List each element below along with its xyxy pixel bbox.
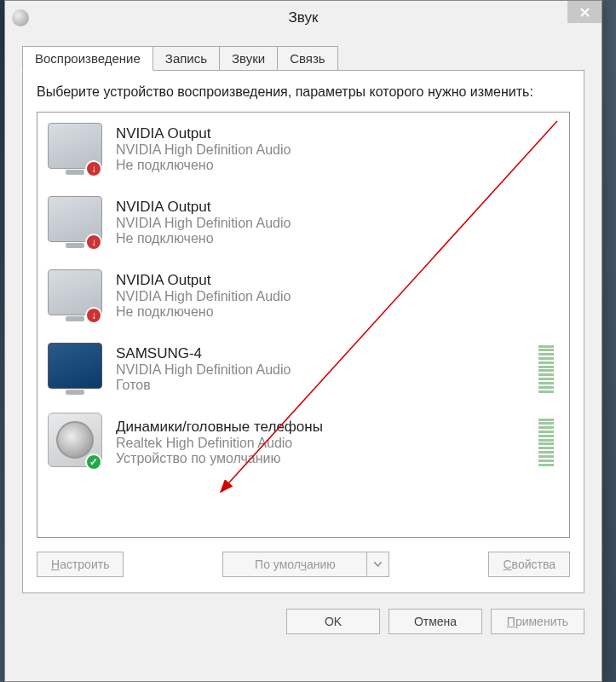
device-name: Динамики/головные телефоны <box>116 419 538 436</box>
instruction-text: Выберите устройство воспроизведения, пар… <box>37 83 570 101</box>
default-badge-icon: ✓ <box>85 454 102 471</box>
dialog-footer-buttons: OK Отмена Применить <box>22 609 584 634</box>
monitor-off-icon: ↓ <box>48 193 107 252</box>
tab-0[interactable]: Воспроизведение <box>22 46 153 71</box>
device-status: Не подключено <box>116 304 559 320</box>
tab-strip: ВоспроизведениеЗаписьЗвукиСвязь <box>22 46 584 71</box>
tab-1[interactable]: Запись <box>153 46 220 71</box>
device-item-1[interactable]: ↓NVIDIA OutputNVIDIA High Definition Aud… <box>37 186 569 259</box>
close-button[interactable] <box>567 1 602 23</box>
device-desc: Realtek High Definition Audio <box>116 436 538 451</box>
device-desc: NVIDIA High Definition Audio <box>116 216 559 231</box>
device-item-0[interactable]: ↓NVIDIA OutputNVIDIA High Definition Aud… <box>37 113 569 186</box>
level-meter <box>538 417 554 468</box>
tab-panel-playback: Выберите устройство воспроизведения, пар… <box>22 70 584 593</box>
device-name: NVIDIA Output <box>116 199 559 216</box>
properties-button[interactable]: Свойства <box>488 552 570 577</box>
window-title: Звук <box>12 9 595 26</box>
unplugged-badge-icon: ↓ <box>85 160 102 177</box>
chevron-down-icon <box>374 562 382 567</box>
device-name: NVIDIA Output <box>116 272 559 289</box>
apply-button[interactable]: Применить <box>491 609 584 634</box>
speaker-icon: ✓ <box>48 413 107 472</box>
device-status: Устройство по умолчанию <box>116 451 538 466</box>
device-status: Не подключено <box>116 231 559 246</box>
tab-2[interactable]: Звуки <box>219 46 278 71</box>
cancel-button[interactable]: Отмена <box>389 609 482 634</box>
device-status: Не подключено <box>116 158 559 173</box>
device-desc: NVIDIA High Definition Audio <box>116 142 559 158</box>
action-button-row: Настроить По умолчанию Свойства <box>37 552 570 577</box>
set-default-dropdown-arrow[interactable] <box>367 552 389 577</box>
device-desc: NVIDIA High Definition Audio <box>116 289 559 304</box>
ok-button[interactable]: OK <box>286 609 380 634</box>
device-status: Готов <box>116 378 538 393</box>
set-default-button[interactable]: По умолчанию <box>222 552 367 577</box>
titlebar: Звук <box>5 1 602 35</box>
monitor-off-icon: ↓ <box>48 266 107 326</box>
device-item-3[interactable]: SAMSUNG-4NVIDIA High Definition AudioГот… <box>37 332 569 406</box>
device-name: SAMSUNG-4 <box>116 345 538 362</box>
level-meter <box>538 344 554 395</box>
device-desc: NVIDIA High Definition Audio <box>116 362 538 378</box>
tab-3[interactable]: Связь <box>277 46 337 71</box>
monitor-off-icon: ↓ <box>48 119 107 179</box>
dialog-body: ВоспроизведениеЗаписьЗвукиСвязь Выберите… <box>5 35 602 648</box>
configure-button[interactable]: Настроить <box>37 552 124 577</box>
monitor-on-icon <box>48 339 107 399</box>
sound-dialog-window: Звук ВоспроизведениеЗаписьЗвукиСвязь Выб… <box>4 0 602 682</box>
unplugged-badge-icon: ↓ <box>85 307 102 324</box>
device-item-4[interactable]: ✓Динамики/головные телефоныRealtek High … <box>37 406 569 479</box>
device-name: NVIDIA Output <box>116 125 559 142</box>
device-item-2[interactable]: ↓NVIDIA OutputNVIDIA High Definition Aud… <box>37 259 569 332</box>
unplugged-badge-icon: ↓ <box>85 234 102 251</box>
device-list[interactable]: ↓NVIDIA OutputNVIDIA High Definition Aud… <box>37 112 570 538</box>
default-dropdown: По умолчанию <box>222 552 389 577</box>
